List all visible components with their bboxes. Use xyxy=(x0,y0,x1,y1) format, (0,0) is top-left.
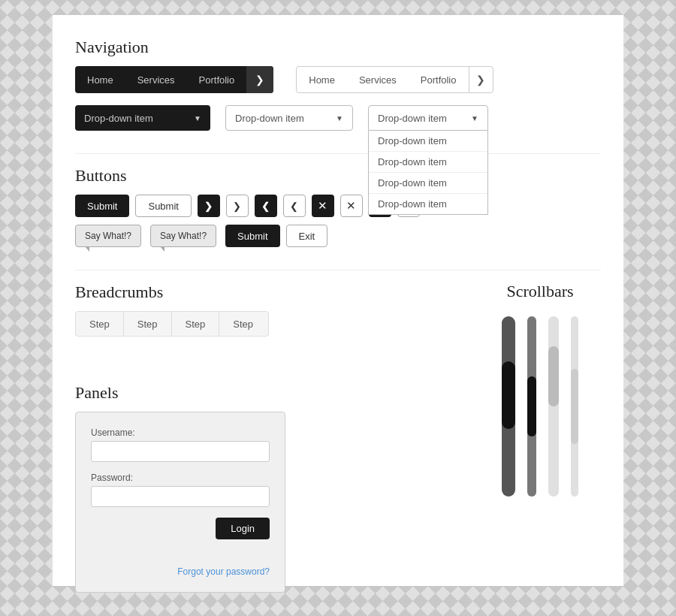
breadcrumb-step-1[interactable]: Step xyxy=(76,311,124,337)
nav-bar-light: Home Services Portfolio ❯ xyxy=(296,66,493,93)
say-what-dark-bubble-button[interactable]: Say What!? xyxy=(150,225,216,247)
nav-bars-row: Home Services Portfolio ❯ Home Services … xyxy=(75,66,601,93)
prev-dark-button[interactable]: ❮ xyxy=(255,195,277,217)
buttons-section: Buttons Submit Submit ❯ ❯ ❮ ❮ ✕ ✕ + + Sa… xyxy=(75,166,601,247)
nav-dark-portfolio[interactable]: Portfolio xyxy=(187,66,247,93)
next-light-button[interactable]: ❯ xyxy=(226,195,249,217)
dropdown-dark-arrow: ▼ xyxy=(194,114,201,122)
nav-light-portfolio[interactable]: Portfolio xyxy=(409,66,469,93)
username-input[interactable] xyxy=(91,441,270,462)
dropdown-menu-item-2[interactable]: Drop-down item xyxy=(369,152,487,173)
username-label: Username: xyxy=(91,427,270,438)
nav-light-home[interactable]: Home xyxy=(297,66,347,93)
scrollbar-light-thin-thumb[interactable] xyxy=(571,369,578,444)
password-input[interactable] xyxy=(91,486,270,507)
dropdown-mid-arrow: ▼ xyxy=(336,114,343,122)
navigation-section: Navigation Home Services Portfolio ❯ Hom… xyxy=(75,38,601,131)
dropdown-menu-item-3[interactable]: Drop-down item xyxy=(369,173,487,194)
password-label: Password: xyxy=(91,473,270,483)
prev-light-button[interactable]: ❮ xyxy=(283,195,306,217)
nav-dark-services[interactable]: Services xyxy=(125,66,187,93)
dropdown-row: Drop-down item ▼ Drop-down item ▼ Drop-d… xyxy=(75,105,601,131)
buttons-title: Buttons xyxy=(75,166,601,186)
username-group: Username: xyxy=(91,427,270,462)
dropdown-menu: Drop-down item Drop-down item Drop-down … xyxy=(368,131,488,215)
login-button[interactable]: Login xyxy=(216,518,270,539)
login-panel: Username: Password: Login Forgot your pa… xyxy=(75,412,285,593)
dropdown-open-label: Drop-down item xyxy=(378,113,447,124)
dropdown-mid[interactable]: Drop-down item ▼ xyxy=(225,105,353,131)
nav-dark-home[interactable]: Home xyxy=(75,66,125,93)
scrollbar-dark-med-thumb[interactable] xyxy=(527,376,536,436)
close-dark-button[interactable]: ✕ xyxy=(312,195,334,217)
nav-light-arrow[interactable]: ❯ xyxy=(469,66,493,93)
breadcrumb-step-4[interactable]: Step xyxy=(219,311,268,337)
dropdown-open-arrow: ▼ xyxy=(471,114,478,122)
scrollbars-title: Scrollbars xyxy=(502,282,578,301)
scrollbar-light-thin-track[interactable] xyxy=(571,316,578,497)
forgot-password-link[interactable]: Forgot your password? xyxy=(91,566,270,577)
scrollbar-light-thick-thumb[interactable] xyxy=(548,346,559,406)
say-what-light-button[interactable]: Say What!? xyxy=(75,225,141,247)
scrollbar-light-thick-track[interactable] xyxy=(548,316,559,497)
panels-title: Panels xyxy=(75,383,285,403)
dropdown-dark-label: Drop-down item xyxy=(84,113,153,124)
submit-dark-button[interactable]: Submit xyxy=(75,195,129,217)
dropdown-dark[interactable]: Drop-down item ▼ xyxy=(75,105,210,131)
dropdown-open[interactable]: Drop-down item ▼ xyxy=(368,105,488,131)
breadcrumb-step-3[interactable]: Step xyxy=(172,311,220,337)
scrollbar-dark-thick-thumb[interactable] xyxy=(502,361,515,429)
next-dark-button[interactable]: ❯ xyxy=(198,195,220,217)
scrollbar-dark-med-track[interactable] xyxy=(527,316,536,497)
dropdown-menu-item-4[interactable]: Drop-down item xyxy=(369,194,487,214)
nav-dark-arrow[interactable]: ❯ xyxy=(246,66,273,93)
scrollbars-section: Scrollbars xyxy=(502,282,578,512)
scrollbars-container xyxy=(502,316,578,512)
scrollbar-dark-thick-track[interactable] xyxy=(502,316,515,497)
panels-section: Panels Username: Password: Login Forgot … xyxy=(75,383,285,593)
dropdown-menu-item-1[interactable]: Drop-down item xyxy=(369,131,487,152)
close-light-button[interactable]: ✕ xyxy=(340,195,363,217)
navigation-title: Navigation xyxy=(75,38,601,57)
button-row-1: Submit Submit ❯ ❯ ❮ ❮ ✕ ✕ + + xyxy=(75,195,601,217)
nav-light-services[interactable]: Services xyxy=(347,66,409,93)
breadcrumb-step-2[interactable]: Step xyxy=(124,311,172,337)
submit-bubble-dark-button[interactable]: Submit xyxy=(225,225,279,247)
dropdown-open-container: Drop-down item ▼ Drop-down item Drop-dow… xyxy=(368,105,488,131)
nav-bar-dark: Home Services Portfolio ❯ xyxy=(75,66,273,93)
exit-button[interactable]: Exit xyxy=(286,225,328,247)
submit-light-button[interactable]: Submit xyxy=(135,195,191,217)
password-group: Password: xyxy=(91,473,270,507)
dropdown-mid-label: Drop-down item xyxy=(235,113,304,124)
button-row-2: Say What!? Say What!? Submit Exit xyxy=(75,225,601,247)
breadcrumb-bar: Step Step Step Step xyxy=(75,311,269,337)
